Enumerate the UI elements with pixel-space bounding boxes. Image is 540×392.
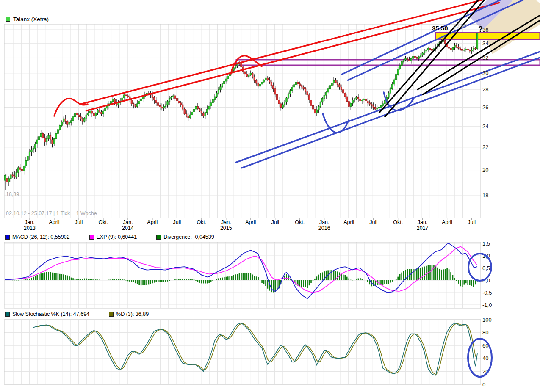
- candle: [471, 50, 472, 51]
- candle: [452, 47, 453, 50]
- candle: [371, 104, 372, 105]
- candle: [169, 98, 170, 101]
- divergence-bar: [135, 280, 136, 283]
- candle: [295, 82, 296, 85]
- divergence-bar: [316, 276, 318, 280]
- x-axis-month-label: Jan.: [319, 219, 330, 225]
- divergence-bar: [71, 278, 72, 280]
- candle: [331, 83, 332, 86]
- x-axis-month-label: Jan.: [221, 219, 231, 225]
- divergence-bar: [326, 271, 327, 280]
- candle: [106, 106, 108, 108]
- macd-axis-tick-label: 1,5: [482, 240, 490, 247]
- candle: [346, 97, 348, 102]
- divergence-bar: [88, 279, 89, 280]
- candle: [463, 50, 465, 50]
- candle: [180, 103, 181, 105]
- divergence-bar: [156, 280, 157, 282]
- candle: [341, 87, 342, 90]
- x-axis-year-label: 2013: [24, 225, 36, 231]
- candle: [397, 69, 399, 75]
- candle: [123, 95, 125, 98]
- red-trend-line[interactable]: [86, 3, 500, 111]
- divergence-bar: [307, 280, 308, 288]
- x-axis-month-label: Jan.: [418, 219, 428, 225]
- candle: [418, 57, 419, 58]
- divergence-bar: [469, 280, 471, 285]
- divergence-bar: [167, 280, 168, 282]
- divergence-bar: [256, 276, 257, 280]
- candle: [4, 175, 6, 180]
- candle: [269, 80, 270, 82]
- candle: [189, 115, 191, 118]
- candle: [133, 104, 134, 105]
- divergence-bar: [263, 280, 265, 284]
- question-mark-annotation[interactable]: ?: [478, 25, 483, 34]
- candle: [343, 90, 344, 93]
- candle: [320, 102, 321, 107]
- x-axis-month-label: Juli: [75, 219, 83, 225]
- divergence-bar: [460, 280, 461, 286]
- candle: [467, 49, 468, 50]
- divergence-bar: [286, 274, 287, 280]
- candle: [161, 107, 162, 108]
- candle: [401, 61, 402, 65]
- stoch-legend-item-k[interactable]: Slow Stochastic %K (14): 47,694: [5, 311, 89, 317]
- divergence-bar: [116, 279, 117, 280]
- candle: [18, 168, 19, 172]
- divergence-bar: [224, 277, 225, 280]
- price-axis-tick-label: 24: [482, 123, 488, 130]
- candle: [367, 101, 368, 103]
- candle: [188, 116, 189, 118]
- candle: [74, 113, 75, 117]
- divergence-bar: [78, 279, 80, 280]
- price-target-label[interactable]: 35,50: [432, 25, 448, 32]
- divergence-bar: [205, 280, 206, 283]
- macd-legend-item-divergence[interactable]: Divergence: -0,04539: [156, 234, 214, 240]
- divergence-bar: [84, 279, 85, 280]
- divergence-bar: [120, 279, 121, 280]
- divergence-bar: [144, 280, 146, 285]
- candle: [324, 95, 325, 98]
- candle: [431, 50, 432, 51]
- x-axis-month-label: April: [343, 219, 354, 225]
- candle: [220, 87, 221, 90]
- candle: [448, 47, 449, 48]
- candle: [476, 33, 478, 49]
- candle: [259, 84, 260, 86]
- macd-legend-item-macd[interactable]: MACD (26, 12): 0,55902: [5, 234, 70, 240]
- chart-title: Talanx (Xetra): [6, 16, 49, 22]
- candle: [250, 73, 251, 75]
- divergence-bar: [322, 272, 323, 280]
- divergence-bar: [449, 269, 450, 280]
- candle: [326, 92, 327, 95]
- divergence-bar: [305, 280, 306, 287]
- divergence-bar: [333, 270, 335, 280]
- candle: [403, 60, 404, 62]
- divergence-bar: [159, 280, 161, 282]
- candle: [152, 95, 153, 97]
- divergence-bar: [303, 280, 304, 287]
- candle: [337, 83, 338, 85]
- candle: [235, 66, 236, 68]
- candle: [44, 138, 45, 142]
- divergence-bar: [91, 279, 93, 280]
- divergence-bar: [413, 269, 414, 280]
- candle: [186, 114, 187, 116]
- stoch-legend-item-d[interactable]: %D (3): 36,89: [109, 311, 149, 317]
- candle: [465, 49, 467, 50]
- candle: [277, 94, 278, 100]
- candle: [356, 97, 357, 99]
- divergence-bar: [452, 275, 454, 280]
- candle: [274, 89, 276, 94]
- divergence-bar: [42, 273, 44, 280]
- candle: [348, 102, 349, 107]
- divergence-bar: [445, 269, 446, 280]
- divergence-bar: [411, 269, 412, 280]
- candle: [23, 166, 25, 171]
- divergence-bar: [239, 273, 240, 280]
- blue-trend-line[interactable]: [241, 58, 540, 168]
- macd-legend-item-exp[interactable]: EXP (9): 0,60441: [89, 234, 137, 240]
- divergence-bar: [260, 280, 261, 280]
- divergence-bar: [390, 280, 391, 282]
